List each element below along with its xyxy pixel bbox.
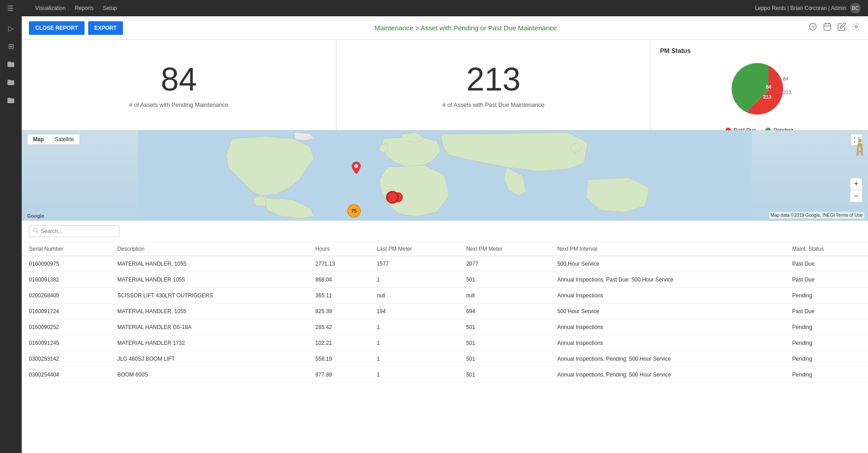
- table-cell: 0300253142: [22, 351, 110, 367]
- map-cluster-midwest[interactable]: [386, 191, 399, 204]
- table-cell: 1: [369, 351, 459, 367]
- table-cell: 0200268405: [22, 288, 110, 304]
- pm-status-card: PM Status 84 213: [651, 40, 868, 130]
- map-zoom-controls: + −: [850, 178, 863, 202]
- table-cell: 501: [459, 367, 550, 383]
- table-cell: SCISSOR LIFT 430LRT OUTRIGGERS: [110, 288, 308, 304]
- pm-status-title: PM Status: [660, 47, 859, 54]
- clock-icon[interactable]: [808, 22, 817, 33]
- table-cell: MATERIAL HANDLER, 1055: [110, 256, 308, 272]
- google-logo: Google: [27, 213, 44, 219]
- svg-point-6: [34, 229, 38, 232]
- table-body: 0160090975MATERIAL HANDLER, 10552771.131…: [22, 256, 868, 383]
- table-cell: 501: [459, 351, 550, 367]
- sidebar-expand-icon[interactable]: ▷: [3, 20, 19, 36]
- table-row[interactable]: 0160090975MATERIAL HANDLER, 10552771.131…: [22, 256, 868, 272]
- table-cell: 500 Hour Service: [550, 304, 785, 319]
- pastdue-count: 213: [466, 62, 520, 97]
- map-area[interactable]: 75 Map Satellite + − Google M: [22, 130, 868, 221]
- svg-point-4: [354, 164, 358, 168]
- table-cell: 1: [369, 335, 459, 351]
- edit-icon[interactable]: [837, 22, 846, 33]
- table-row[interactable]: 0300254404BOOM 600S977.891501Annual Insp…: [22, 367, 868, 383]
- map-pin-canada[interactable]: [352, 162, 361, 176]
- sidebar-folder3-icon[interactable]: [3, 92, 19, 109]
- pie-chart-svg: 84 213 84 213: [710, 58, 809, 124]
- search-bar[interactable]: [29, 225, 119, 237]
- table-row[interactable]: 0200268405SCISSOR LIFT 430LRT OUTRIGGERS…: [22, 288, 868, 304]
- nav-items: Visualization Reports Setup: [17, 5, 755, 11]
- table-cell: BOOM 600S: [110, 367, 308, 383]
- table-cell: 0160090252: [22, 319, 110, 335]
- pastdue-label: # of Assets with Past Due Maintenance: [443, 101, 544, 108]
- table-cell: null: [459, 288, 550, 304]
- table-cell: 500 Hour Service: [550, 256, 785, 272]
- table-cell: 2771.13: [308, 256, 370, 272]
- left-sidebar: ▷ ⊞: [0, 16, 22, 453]
- col-serial: Serial Number: [22, 242, 110, 256]
- col-interval: Next PM Interval: [550, 242, 785, 256]
- map-tab-satellite[interactable]: Satellite: [49, 134, 80, 144]
- search-input[interactable]: [41, 228, 115, 234]
- table-cell: 0160091245: [22, 335, 110, 351]
- table-cell: Annual Inspections, Past Due: 500 Hour S…: [550, 272, 785, 288]
- calendar-icon[interactable]: [823, 22, 832, 33]
- settings-icon[interactable]: [852, 22, 861, 33]
- close-report-button[interactable]: CLOSE REPORT: [29, 21, 85, 35]
- table-header: Serial Number Description Hours Last PM …: [22, 242, 868, 256]
- menu-toggle[interactable]: ☰: [7, 4, 14, 13]
- table-cell: 501: [459, 319, 550, 335]
- table-row[interactable]: 0160091245MATERIAL HANDLER 1732102.21150…: [22, 335, 868, 351]
- pastdue-count-label: 84: [783, 76, 788, 81]
- table-cell: 1: [369, 272, 459, 288]
- table-row[interactable]: 0160091724MATERIAL HANDLER, 1055825.3919…: [22, 304, 868, 319]
- svg-rect-1: [824, 24, 831, 30]
- table-cell: 1: [369, 319, 459, 335]
- table-cell: MATERIAL HANDLER 1055: [110, 272, 308, 288]
- table-row[interactable]: 0160090252MATERIAL HANDLER G5-18A285.421…: [22, 319, 868, 335]
- table-cell: Pending: [785, 335, 868, 351]
- table-row[interactable]: 0300253142JLG 460SJ BOOM LIFT558.191501A…: [22, 351, 868, 367]
- zoom-in-button[interactable]: +: [850, 178, 862, 190]
- nav-reports[interactable]: Reports: [75, 5, 94, 11]
- zoom-out-button[interactable]: −: [850, 190, 862, 202]
- world-map-svg: [22, 130, 868, 220]
- pastdue-stat-card: 213 # of Assets with Past Due Maintenanc…: [336, 40, 651, 130]
- header-action-icons: [808, 22, 861, 33]
- table-cell: 2077: [459, 256, 550, 272]
- table-row[interactable]: 0160091382MATERIAL HANDLER 1055868.04150…: [22, 272, 868, 288]
- table-cell: 694: [459, 304, 550, 319]
- table-cell: 558.19: [308, 351, 370, 367]
- table-cell: 501: [459, 272, 550, 288]
- export-button[interactable]: EXPORT: [88, 21, 123, 35]
- search-icon: [33, 228, 39, 235]
- sidebar-folder1-icon[interactable]: [3, 56, 19, 72]
- table-cell: 285.42: [308, 319, 370, 335]
- data-table: Serial Number Description Hours Last PM …: [22, 242, 868, 383]
- pending-inner-label: 84: [766, 84, 772, 90]
- table-cell: Annual Inspections: [550, 288, 785, 304]
- svg-point-2: [855, 26, 858, 28]
- sidebar-folder2-icon[interactable]: [3, 74, 19, 91]
- table-cell: Pending: [785, 367, 868, 383]
- table-cell: JLG 460SJ BOOM LIFT: [110, 351, 308, 367]
- map-tab-map[interactable]: Map: [28, 134, 49, 144]
- user-avatar[interactable]: BC: [850, 3, 861, 14]
- table-cell: 0160091382: [22, 272, 110, 288]
- pending-label: # of Assets with Pending Maintenance: [129, 101, 229, 108]
- map-pegman-icon[interactable]: [855, 138, 864, 159]
- nav-setup[interactable]: Setup: [103, 5, 117, 11]
- nav-visualization[interactable]: Visualization: [35, 5, 66, 11]
- sidebar-grid-icon[interactable]: ⊞: [3, 38, 19, 54]
- col-hours: Hours: [308, 242, 370, 256]
- header-bar: CLOSE REPORT EXPORT Maintenance > Asset …: [22, 16, 868, 40]
- table-area[interactable]: Serial Number Description Hours Last PM …: [22, 221, 868, 453]
- table-cell: 1: [369, 367, 459, 383]
- table-cell: 825.39: [308, 304, 370, 319]
- table-cell: 194: [369, 304, 459, 319]
- report-title: Maintenance > Asset with Pending or Past…: [123, 24, 808, 32]
- map-cluster-southwest[interactable]: 75: [347, 204, 361, 218]
- table-cell: 0160091724: [22, 304, 110, 319]
- stats-area: 84 # of Assets with Pending Maintenance …: [22, 40, 868, 130]
- map-view-tabs: Map Satellite: [27, 134, 80, 145]
